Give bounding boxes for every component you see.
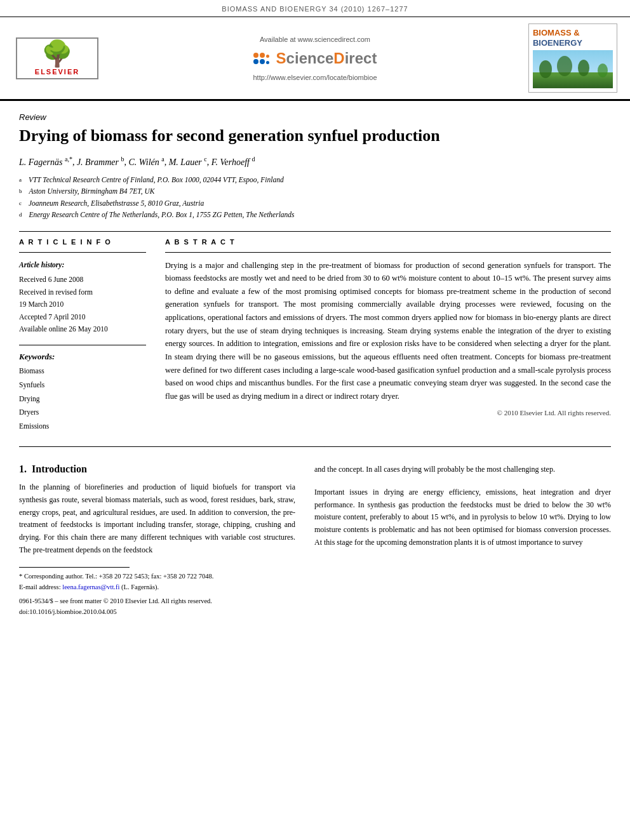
sd-wordmark: ScienceDirect — [276, 50, 377, 67]
abstract-divider — [165, 252, 611, 253]
intro-body-left: In the planning of biorefineries and pro… — [19, 481, 295, 557]
revised-label: Received in revised form — [19, 286, 146, 299]
article-type-label: Review — [19, 112, 611, 122]
bb-cover-image — [533, 50, 613, 88]
article-history: Article history: Received 6 June 2008 Re… — [19, 259, 146, 336]
svg-point-2 — [539, 60, 552, 78]
elsevier-logo: 🌳 ELSEVIER — [13, 37, 102, 79]
article-info-col: A R T I C L E I N F O Article history: R… — [19, 238, 146, 434]
copyright: © 2010 Elsevier Ltd. All rights reserved… — [165, 409, 611, 417]
received-date: Received 6 June 2008 — [19, 274, 146, 286]
abstract-header: A B S T R A C T — [165, 238, 611, 246]
tree-icon: 🌳 — [41, 41, 73, 67]
history-label: Article history: — [19, 259, 146, 272]
revised-date: 19 March 2010 — [19, 298, 146, 311]
journal-url: http://www.elsevier.com/locate/biombioe — [253, 74, 377, 81]
bb-title-line1: BIOMASS & — [533, 28, 580, 37]
keyword-biomass: Biomass — [19, 364, 146, 378]
dot — [266, 61, 269, 64]
svg-point-5 — [598, 63, 608, 77]
article-info-header: A R T I C L E I N F O — [19, 238, 146, 246]
affiliation-d: Energy Research Centre of The Netherland… — [29, 209, 294, 220]
corresponding-note: * Corresponding author. Tel.: +358 20 72… — [19, 571, 295, 582]
authors-line: L. Fagernäs a,*, J. Brammer b, C. Wilén … — [19, 156, 611, 168]
bb-cover-svg — [533, 50, 613, 88]
article-meta-section: A R T I C L E I N F O Article history: R… — [19, 238, 611, 434]
dot — [260, 59, 265, 64]
email-label: E-mail address: — [19, 583, 61, 590]
affiliation-c: Joanneum Research, Elisabethstrasse 5, 8… — [29, 197, 204, 209]
affiliation-a: VTT Technical Research Centre of Finland… — [29, 174, 284, 185]
keyword-synfuels: Synfuels — [19, 378, 146, 392]
accepted-date: Accepted 7 April 2010 — [19, 311, 146, 324]
keyword-dryers: Dryers — [19, 406, 146, 420]
dot — [253, 53, 258, 58]
divider — [19, 231, 611, 232]
sd-dot-grid — [253, 53, 271, 64]
intro-body-right-para2: Important issues in drying are energy ef… — [314, 486, 611, 549]
keyword-emissions: Emissions — [19, 420, 146, 434]
introduction-section: 1. Introduction In the planning of biore… — [19, 457, 611, 618]
available-text: Available at www.sciencedirect.com — [260, 36, 370, 43]
abstract-col: A B S T R A C T Drying is a major and ch… — [165, 238, 611, 434]
available-date: Available online 26 May 2010 — [19, 323, 146, 336]
section-divider — [19, 446, 611, 447]
doi-line: doi:10.1016/j.biombioe.2010.04.005 — [19, 607, 295, 618]
dot — [253, 59, 258, 64]
keywords-divider — [19, 345, 146, 345]
intro-right-col: and the concept. In all cases drying wil… — [314, 463, 611, 618]
svg-point-4 — [578, 60, 589, 76]
keywords-label: Keywords: — [19, 352, 146, 362]
bb-title: BIOMASS & BIOENERGY — [533, 28, 582, 48]
dot — [260, 53, 265, 58]
elsevier-wordmark: ELSEVIER — [35, 68, 79, 76]
keywords-section: Keywords: Biomass Synfuels Drying Dryers… — [19, 352, 146, 434]
info-divider — [19, 252, 146, 253]
section-number: 1. — [19, 463, 27, 474]
abstract-text: Drying is a major and challenging step i… — [165, 259, 611, 403]
affiliations: a VTT Technical Research Centre of Finla… — [19, 174, 611, 221]
journal-citation: BIOMASS AND BIOENERGY 34 (2010) 1267–127… — [222, 5, 408, 13]
dot — [266, 55, 269, 58]
biomass-bioenergy-logo: BIOMASS & BIOENERGY — [528, 23, 617, 93]
email-link[interactable]: leena.fagernas@vtt.fi — [62, 583, 119, 590]
section-title: Introduction — [32, 463, 87, 474]
footnote-divider — [19, 567, 130, 568]
email-note: E-mail address: leena.fagernas@vtt.fi (L… — [19, 582, 295, 593]
main-content: Review Drying of biomass for second gene… — [0, 112, 630, 618]
issn-line: 0961-9534/$ – see front matter © 2010 El… — [19, 596, 295, 607]
journal-header-band: BIOMASS AND BIOENERGY 34 (2010) 1267–127… — [0, 0, 630, 17]
intro-heading: 1. Introduction — [19, 463, 295, 475]
keywords-list: Biomass Synfuels Drying Dryers Emissions — [19, 364, 146, 434]
keyword-drying: Drying — [19, 392, 146, 406]
sciencedirect-logo: ScienceDirect — [253, 50, 377, 67]
intro-left-col: 1. Introduction In the planning of biore… — [19, 463, 295, 618]
affiliation-b: Aston University, Birmingham B4 7ET, UK — [29, 185, 154, 197]
bb-title-line2: BIOENERGY — [533, 38, 582, 48]
intro-body-right-para1: and the concept. In all cases drying wil… — [314, 463, 611, 476]
svg-point-3 — [557, 56, 572, 76]
journal-banner: 🌳 ELSEVIER Available at www.sciencedirec… — [0, 17, 630, 101]
footnotes: * Corresponding author. Tel.: +358 20 72… — [19, 571, 295, 618]
email-suffix: (L. Fagernäs). — [121, 583, 159, 590]
center-logos: Available at www.sciencedirect.com Scien… — [253, 36, 377, 81]
article-title: Drying of biomass for second generation … — [19, 126, 611, 145]
